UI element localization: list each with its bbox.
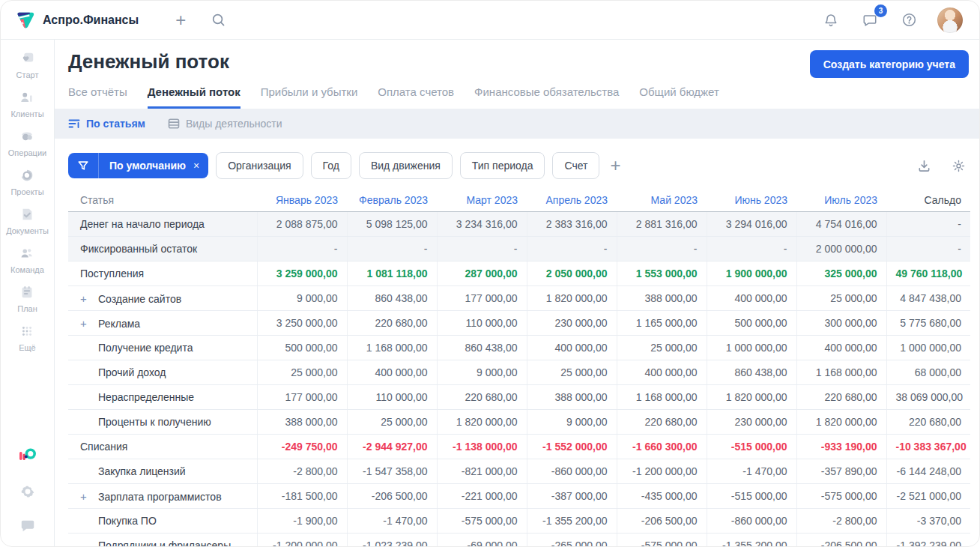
tab-cash-flow[interactable]: Денежный поток (148, 85, 241, 109)
default-filter-pill[interactable]: По умолчанию × (68, 153, 208, 178)
value-cell: 287 000,00 (437, 262, 527, 286)
value-cell: 2 881 316,00 (617, 212, 707, 237)
expand-plus-icon[interactable]: + (80, 292, 98, 305)
value-cell: -357 890,00 (796, 459, 886, 484)
value-cell: -933 190,00 (796, 435, 886, 459)
sidebar-item-clients[interactable]: Клиенты (6, 89, 49, 118)
user-avatar[interactable] (937, 7, 963, 33)
value-cell: 388 000,00 (527, 385, 617, 410)
filter-chip-period-type[interactable]: Тип периода (460, 152, 545, 179)
aspro-footer-logo-icon[interactable] (18, 446, 37, 465)
tab-budget[interactable]: Общий бюджет (639, 85, 719, 109)
value-cell: 110 000,00 (437, 311, 527, 336)
sidebar-item-start[interactable]: Старт (6, 50, 49, 79)
create-category-button[interactable]: Создать категорию учета (810, 50, 969, 78)
value-cell: -575 000,00 (437, 509, 527, 534)
filter-chip-movement-type[interactable]: Вид движения (359, 152, 453, 179)
support-chat-icon[interactable] (19, 518, 36, 534)
value-cell: -515 000,00 (707, 435, 796, 459)
row-label: Проценты к получению (98, 416, 211, 428)
filter-chip-year[interactable]: Год (311, 152, 351, 179)
value-cell: -515 000,00 (707, 484, 796, 509)
filter-chip-organization[interactable]: Организация (216, 152, 303, 179)
table-row: Поступления3 259 000,001 081 118,00287 0… (68, 262, 970, 286)
sidebar-item-documents[interactable]: Документы (6, 206, 49, 235)
sidebar-item-plan[interactable]: План (6, 284, 49, 313)
default-filter-label: По умолчанию (99, 160, 190, 172)
row-label: Нераспределенные (98, 391, 194, 403)
sidebar-item-team[interactable]: Команда (6, 245, 49, 274)
table-row: Подрядчики и фрилансеры-1 200 000,00-1 0… (68, 534, 970, 547)
value-cell: 1 820 000,00 (707, 385, 796, 410)
help-icon[interactable] (898, 10, 919, 31)
column-header-month[interactable]: Январь 2023 (257, 188, 347, 212)
brand-name: Аспро.Финансы (43, 13, 139, 27)
value-cell: -10 383 367,00 (886, 435, 970, 459)
topbar: Аспро.Финансы + 3 (1, 1, 979, 40)
value-cell: -435 000,00 (617, 484, 707, 509)
notifications-bell-icon[interactable] (820, 10, 841, 31)
add-filter-icon[interactable]: + (610, 157, 620, 175)
sidebar-item-projects[interactable]: Проекты (6, 167, 49, 196)
value-cell: -6 144 248,00 (886, 459, 970, 484)
table-row: Фиксированный остаток------2 000 000,00- (68, 237, 970, 262)
row-label-cell: Покупка ПО (68, 509, 257, 534)
value-cell: -575 000,00 (796, 484, 886, 509)
value-cell: 9 000,00 (437, 360, 527, 385)
value-cell: -1 138 000,00 (437, 435, 527, 459)
table-row: Прочий доход25 000,00400 000,009 000,002… (68, 360, 970, 385)
expand-plus-icon[interactable]: + (80, 490, 98, 503)
value-cell: 1 168 000,00 (347, 336, 437, 360)
value-cell: 1 168 000,00 (617, 385, 707, 410)
column-header-month[interactable]: Март 2023 (437, 188, 527, 212)
chat-badge: 3 (874, 4, 887, 17)
table-settings-gear-icon[interactable] (948, 155, 969, 176)
expand-plus-icon[interactable]: + (80, 317, 98, 330)
sidebar-item-operations[interactable]: Операции (6, 128, 49, 157)
column-header-month[interactable]: Июль 2023 (796, 188, 886, 212)
value-cell: -206 500,00 (617, 509, 707, 534)
subtab-activity-types[interactable]: Виды деятельности (168, 118, 282, 130)
value-cell: 4 847 438,00 (886, 286, 970, 311)
search-icon[interactable] (208, 10, 229, 31)
value-cell: 220 680,00 (437, 385, 527, 410)
value-cell: -1 547 358,00 (347, 459, 437, 484)
tab-profit-loss[interactable]: Прибыли и убытки (261, 85, 358, 109)
value-cell: 3 259 000,00 (257, 262, 347, 286)
download-icon[interactable] (913, 155, 934, 176)
sidebar-item-more[interactable]: Ещё (6, 323, 49, 352)
row-label: Денег на начало периода (80, 218, 205, 230)
column-header-month[interactable]: Апрель 2023 (527, 188, 617, 212)
column-header-month[interactable]: Февраль 2023 (347, 188, 437, 212)
value-cell: - (437, 237, 527, 262)
column-header-month[interactable]: Июнь 2023 (707, 188, 796, 212)
value-cell: 1 000 000,00 (886, 336, 970, 360)
value-cell: 25 000,00 (527, 360, 617, 385)
value-cell: -860 000,00 (527, 459, 617, 484)
tab-liabilities[interactable]: Финансовые обязательства (474, 85, 619, 109)
settings-gear-icon[interactable] (19, 483, 36, 500)
row-label-cell: Прочий доход (68, 360, 257, 385)
value-cell: -2 800,00 (796, 509, 886, 534)
value-cell: 230 000,00 (707, 410, 796, 435)
value-cell: 5 775 680,00 (886, 311, 970, 336)
row-label-cell: Проценты к получению (68, 410, 257, 435)
value-cell: 177 000,00 (257, 385, 347, 410)
tab-invoices[interactable]: Оплата счетов (378, 85, 454, 109)
subtab-by-articles[interactable]: По статьям (68, 118, 145, 130)
sidebar-item-label: Команда (10, 265, 44, 274)
filter-chip-account[interactable]: Счет (552, 152, 599, 179)
value-cell: 1 900 000,00 (707, 262, 796, 286)
view-subtabs: По статьямВиды деятельности (55, 109, 979, 139)
clear-filter-icon[interactable]: × (190, 160, 208, 172)
value-cell: -575 000,00 (617, 534, 707, 547)
add-icon[interactable]: + (170, 10, 191, 31)
tab-all-reports[interactable]: Все отчёты (68, 85, 127, 109)
column-header-month[interactable]: Май 2023 (617, 188, 707, 212)
value-cell: 38 069 000,00 (886, 385, 970, 410)
brand[interactable]: Аспро.Финансы (16, 10, 139, 30)
sidebar-item-label: Ещё (19, 343, 36, 352)
table-row: +Создание сайтов9 000,00860 438,00177 00… (68, 286, 970, 311)
value-cell: 2 000 000,00 (796, 237, 886, 262)
value-cell: -2 944 927,00 (347, 435, 437, 459)
